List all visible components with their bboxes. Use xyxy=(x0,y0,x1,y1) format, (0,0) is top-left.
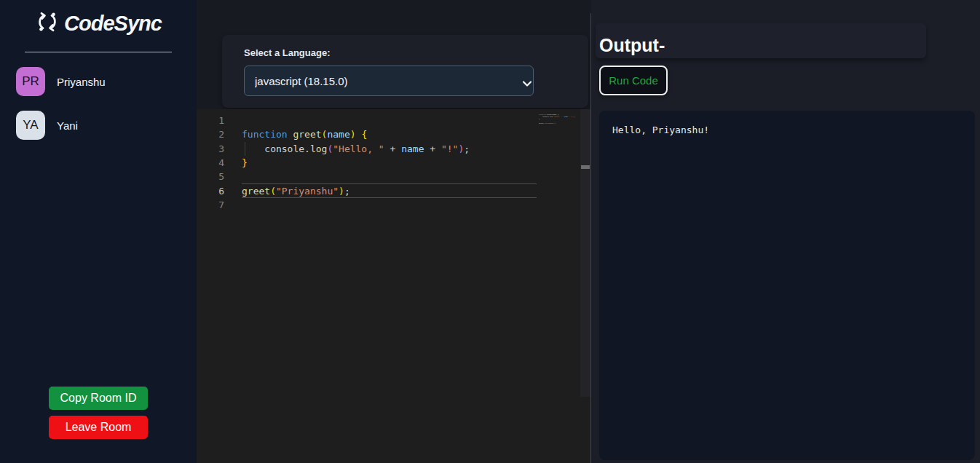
code-text xyxy=(242,114,537,127)
user-list-item: YAYani xyxy=(16,111,183,140)
line-number: 7 xyxy=(197,198,224,212)
output-console: Hello, Priyanshu! xyxy=(599,111,975,460)
codesync-sync-icon xyxy=(35,10,60,36)
code-line[interactable]: 7 xyxy=(197,198,537,212)
line-number: 1 xyxy=(197,114,224,127)
app-logo: CodeSync xyxy=(0,0,197,36)
run-code-button[interactable]: Run Code xyxy=(599,66,668,95)
overview-ruler-cursor-mark xyxy=(581,165,590,169)
copy-room-id-button[interactable]: Copy Room ID xyxy=(49,387,148,410)
code-line[interactable]: 1 xyxy=(197,114,537,127)
code-text xyxy=(242,198,537,212)
code-editor[interactable]: 12function greet(name) {3 console.log("H… xyxy=(197,109,590,463)
code-lines: 12function greet(name) {3 console.log("H… xyxy=(197,114,537,212)
editor-minimap[interactable]: function greet(name) { console.log("Hell… xyxy=(539,111,581,141)
sidebar-divider xyxy=(25,52,172,52)
codesync-app: CodeSync PRPriyanshuYAYani Copy Room ID … xyxy=(0,0,980,463)
code-line[interactable]: 2function greet(name) { xyxy=(197,127,537,141)
code-line[interactable]: 3 console.log("Hello, " + name + "!"); xyxy=(197,142,537,156)
code-line[interactable]: 5 xyxy=(197,170,537,183)
line-number: 4 xyxy=(197,156,224,170)
language-card: Select a Language: javascript (18.15.0) xyxy=(222,35,588,108)
line-number: 3 xyxy=(197,142,224,156)
code-text: greet("Priyanshu"); xyxy=(242,184,537,198)
code-text: function greet(name) { xyxy=(242,127,537,141)
leave-room-button[interactable]: Leave Room xyxy=(49,416,148,439)
output-title: Output- xyxy=(599,35,665,56)
editor-scrollbar[interactable] xyxy=(580,109,590,397)
output-panel: Output- Run Code Hello, Priyanshu! xyxy=(591,0,980,463)
language-select[interactable]: javascript (18.15.0) xyxy=(244,66,534,96)
sidebar: CodeSync PRPriyanshuYAYani Copy Room ID … xyxy=(0,0,197,463)
code-text xyxy=(242,170,537,183)
language-label: Select a Language: xyxy=(244,47,330,58)
user-avatar: PR xyxy=(16,67,45,96)
minimap-content: function greet(name) { console.log("Hell… xyxy=(539,111,545,127)
code-line[interactable]: 4} xyxy=(197,156,537,170)
user-list-item: PRPriyanshu xyxy=(16,67,183,96)
line-number: 5 xyxy=(197,170,224,183)
sidebar-actions: Copy Room ID Leave Room xyxy=(49,387,148,439)
line-number: 6 xyxy=(197,184,224,198)
code-text: } xyxy=(242,156,537,170)
app-title: CodeSync xyxy=(64,12,162,36)
user-name: Yani xyxy=(57,119,78,132)
user-avatar: YA xyxy=(16,111,45,140)
connected-user-list: PRPriyanshuYAYani xyxy=(16,67,183,140)
code-text: console.log("Hello, " + name + "!"); xyxy=(242,142,537,156)
user-name: Priyanshu xyxy=(57,76,106,88)
line-number: 2 xyxy=(197,127,224,141)
code-line[interactable]: 6greet("Priyanshu"); xyxy=(197,184,537,198)
editor-panel: Select a Language: javascript (18.15.0) … xyxy=(197,0,590,463)
